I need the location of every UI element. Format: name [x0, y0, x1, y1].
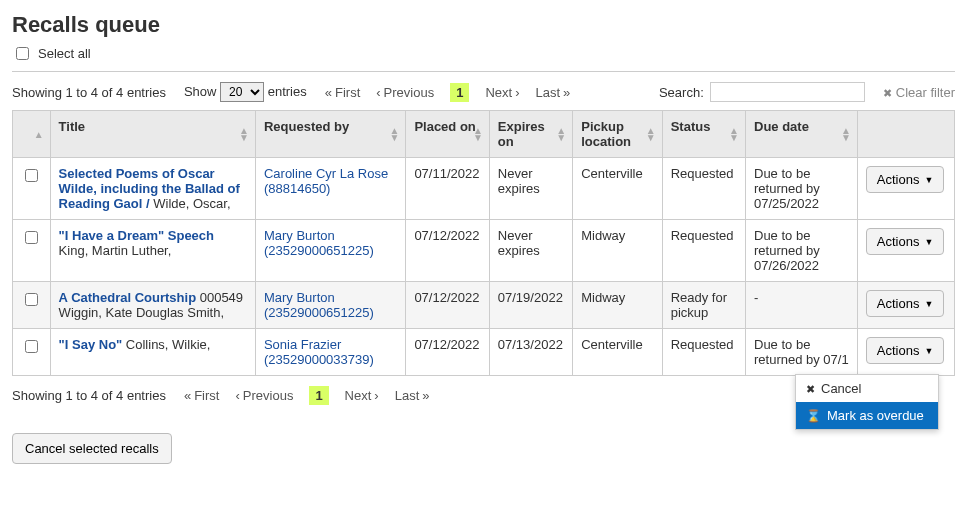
placed-on: 07/11/2022 — [406, 158, 489, 220]
status: Requested — [662, 220, 745, 282]
caret-down-icon: ▼ — [924, 237, 933, 247]
last-page[interactable]: Last » — [536, 85, 571, 100]
title-link[interactable]: "I Say No" — [59, 337, 126, 352]
next-page[interactable]: Next › — [345, 388, 379, 403]
patron-link[interactable]: Sonia Frazier (23529000033739) — [264, 337, 374, 367]
row-checkbox[interactable] — [25, 340, 38, 353]
col-due-date[interactable]: Due date▲▼ — [746, 111, 858, 158]
divider — [12, 71, 955, 72]
row-checkbox[interactable] — [25, 293, 38, 306]
clear-filter[interactable]: Clear filter — [883, 85, 955, 100]
actions-dropdown: Cancel Mark as overdue — [795, 374, 939, 430]
next-page[interactable]: Next › — [485, 85, 519, 100]
due-date: Due to be returned by 07/26/2022 — [746, 220, 858, 282]
title-tail: Collins, Wilkie, — [126, 337, 211, 352]
status: Ready for pickup — [662, 282, 745, 329]
col-status[interactable]: Status▲▼ — [662, 111, 745, 158]
actions-button[interactable]: Actions▼ — [866, 337, 945, 364]
first-page[interactable]: « First — [184, 388, 220, 403]
status: Requested — [662, 329, 745, 376]
actions-button[interactable]: Actions▼ — [866, 228, 945, 255]
col-requested-by[interactable]: Requested by▲▼ — [255, 111, 405, 158]
entries-info: Showing 1 to 4 of 4 entries — [12, 85, 166, 100]
actions-button[interactable]: Actions▼ — [866, 290, 945, 317]
pickup: Midway — [573, 282, 662, 329]
col-select[interactable]: ▲ — [13, 111, 51, 158]
row-checkbox[interactable] — [25, 231, 38, 244]
expires-on: 07/13/2022 — [489, 329, 572, 376]
due-date: Due to be returned by 07/1 — [746, 329, 858, 376]
placed-on: 07/12/2022 — [406, 329, 489, 376]
entries-info-bottom: Showing 1 to 4 of 4 entries — [12, 388, 166, 403]
first-page[interactable]: « First — [325, 85, 361, 100]
show-label: Show — [184, 84, 217, 99]
current-page[interactable]: 1 — [450, 83, 469, 102]
table-row: A Cathedral Courtship 000549 Wiggin, Kat… — [13, 282, 955, 329]
pickup: Midway — [573, 220, 662, 282]
current-page[interactable]: 1 — [309, 386, 328, 405]
prev-page[interactable]: ‹ Previous — [235, 388, 293, 403]
title-link[interactable]: "I Have a Dream" Speech — [59, 228, 214, 243]
page-title: Recalls queue — [12, 12, 955, 38]
search-input[interactable] — [710, 82, 865, 102]
dropdown-mark-overdue[interactable]: Mark as overdue — [796, 402, 938, 429]
patron-link[interactable]: Caroline Cyr La Rose (88814650) — [264, 166, 388, 196]
col-title[interactable]: Title▲▼ — [50, 111, 255, 158]
title-link[interactable]: A Cathedral Courtship — [59, 290, 200, 305]
pickup: Centerville — [573, 329, 662, 376]
pager-bottom: « First ‹ Previous 1 Next › Last » — [184, 386, 430, 405]
select-all-label: Select all — [38, 46, 91, 61]
col-actions — [857, 111, 954, 158]
caret-down-icon: ▼ — [924, 299, 933, 309]
caret-down-icon: ▼ — [924, 175, 933, 185]
col-placed-on[interactable]: Placed on▲▼ — [406, 111, 489, 158]
title-tail: Wilde, Oscar, — [153, 196, 230, 211]
entries-word: entries — [268, 84, 307, 99]
patron-link[interactable]: Mary Burton (23529000651225) — [264, 290, 374, 320]
expires-on: 07/19/2022 — [489, 282, 572, 329]
table-row: "I Have a Dream" Speech King, Martin Lut… — [13, 220, 955, 282]
placed-on: 07/12/2022 — [406, 282, 489, 329]
close-icon — [806, 381, 815, 396]
toolbar: Showing 1 to 4 of 4 entries Show 20 entr… — [12, 82, 955, 102]
pickup: Centerville — [573, 158, 662, 220]
placed-on: 07/12/2022 — [406, 220, 489, 282]
search-label: Search: — [659, 85, 704, 100]
actions-button[interactable]: Actions▼ — [866, 166, 945, 193]
title-tail: King, Martin Luther, — [59, 243, 172, 258]
expires-on: Never expires — [489, 158, 572, 220]
close-icon — [883, 85, 892, 100]
recalls-table: ▲ Title▲▼ Requested by▲▼ Placed on▲▼ Exp… — [12, 110, 955, 376]
patron-link[interactable]: Mary Burton (23529000651225) — [264, 228, 374, 258]
row-checkbox[interactable] — [25, 169, 38, 182]
status: Requested — [662, 158, 745, 220]
prev-page[interactable]: ‹ Previous — [376, 85, 434, 100]
pager-top: « First ‹ Previous 1 Next › Last » — [325, 83, 571, 102]
due-date: - — [746, 282, 858, 329]
cancel-selected-button[interactable]: Cancel selected recalls — [12, 433, 172, 464]
col-pickup[interactable]: Pickup location▲▼ — [573, 111, 662, 158]
dropdown-cancel[interactable]: Cancel — [796, 375, 938, 402]
table-row: "I Say No" Collins, Wilkie, Sonia Frazie… — [13, 329, 955, 376]
page-size-select[interactable]: 20 — [220, 82, 264, 102]
caret-down-icon: ▼ — [924, 346, 933, 356]
col-expires-on[interactable]: Expires on▲▼ — [489, 111, 572, 158]
table-row: Selected Poems of Oscar Wilde, including… — [13, 158, 955, 220]
due-date: Due to be returned by 07/25/2022 — [746, 158, 858, 220]
last-page[interactable]: Last » — [395, 388, 430, 403]
select-all-checkbox[interactable] — [16, 47, 29, 60]
expires-on: Never expires — [489, 220, 572, 282]
hourglass-icon — [806, 408, 821, 423]
